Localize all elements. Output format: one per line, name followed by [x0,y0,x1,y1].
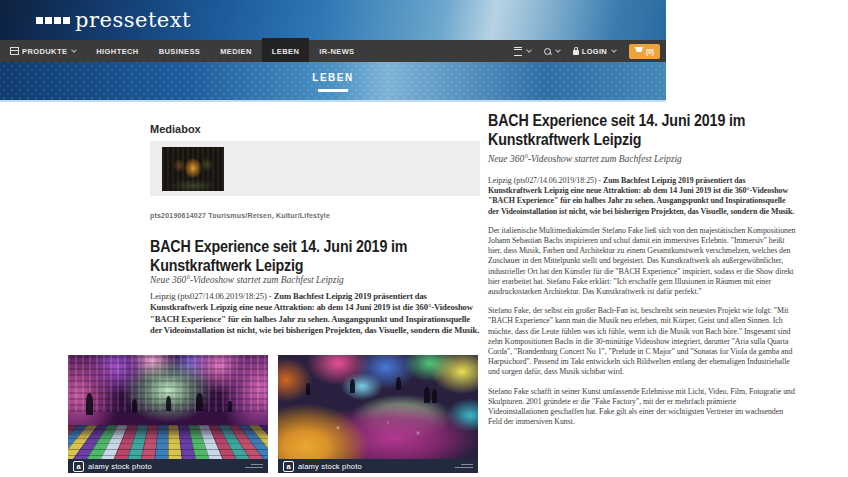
nav-item-label: IR-NEWS [319,47,354,56]
chevron-down-icon [555,47,561,53]
mediabox-title: Mediabox [150,123,201,135]
person-silhouette [306,383,310,395]
nav-item-label: PRODUKTE [22,47,67,56]
nav-item-medien[interactable]: MEDIEN [210,40,262,62]
login-button[interactable]: LOGIN [573,47,616,56]
nav-item-label: LEBEN [272,47,299,56]
immersive-room-image [68,355,268,459]
person-silhouette [166,396,171,411]
article-paragraph: Der italienische Multimediakünstler Stef… [488,226,796,297]
chevron-down-icon [526,47,532,53]
tiled-floor-graphic [68,425,268,459]
alamy-logo: a [73,461,84,472]
alamy-credit-text: alamy stock photo [298,462,362,471]
grid-icon [10,47,19,55]
alamy-credit-bar: a alamy stock photo [278,459,478,473]
article-body: Leipzig (pts027/14.06.2019/18:25) - Zum … [488,176,796,427]
pressetext-logo-text: pressetext [75,8,191,32]
article-title: BACH Experience seit 14. Juni 2019 im Ku… [150,237,494,275]
article-lede: Leipzig (pts027/14.06.2019/18:25) - Zum … [488,176,796,217]
person-silhouette [424,387,430,403]
article-paragraph: Stefano Fake schafft in seiner Kunst umf… [488,387,796,428]
nav-item-label: HIGHTECH [96,47,138,56]
pressetext-squares-icon [36,17,70,24]
article-meta: pts20190614027 Tourismus/Reisen, Kultur/… [150,212,330,219]
media-thumbnail[interactable] [162,147,224,191]
pressetext-logo[interactable]: pressetext [36,8,191,32]
section-title-underline [318,89,348,92]
article-subtitle: Neue 360°-Videoshow startet zum Bachfest… [150,275,344,285]
article-lede: Leipzig (pts027/14.06.2019/18:25) - Zum … [150,291,482,337]
alamy-watermark [455,464,473,469]
site-header: pressetext [0,0,666,40]
section-title: LEBEN [0,62,666,83]
nav-utilities: LOGIN (0) [514,40,660,62]
alamy-credit-bar: a alamy stock photo [68,459,268,473]
person-silhouette [432,389,437,403]
immersive-room-image [278,355,478,459]
article-title: BACH Experience seit 14. Juni 2019 im Ku… [488,111,796,149]
nav-item-label: BUSINESS [159,47,201,56]
stock-photo-painted-room[interactable]: a alamy stock photo [278,355,478,473]
article-lede-prefix: Leipzig (pts027/14.06.2019/18:25) - [150,291,274,301]
nav-item-business[interactable]: BUSINESS [149,40,211,62]
person-silhouette [396,377,401,390]
person-silhouette [132,399,137,412]
person-silhouette [228,401,232,412]
cart-count: (0) [646,48,654,55]
stock-photo-mosaic-room[interactable]: a alamy stock photo [68,355,268,473]
mediabox-panel [150,141,480,196]
chevron-down-icon [71,47,77,53]
section-banner: LEBEN [0,62,666,102]
nav-item-produkte[interactable]: PRODUKTE [0,40,86,62]
cart-icon [635,47,643,52]
person-silhouette [350,379,355,393]
nav-item-ir-news[interactable]: IR-NEWS [309,40,364,62]
article-photos: a alamy stock photo a alamy stock photo [68,355,478,473]
login-label: LOGIN [582,47,607,56]
alamy-logo: a [283,461,294,472]
article-text-panel: BACH Experience seit 14. Juni 2019 im Ku… [488,111,796,436]
cart-button[interactable]: (0) [629,44,660,59]
alamy-watermark [245,464,263,469]
main-navbar: PRODUKTE HIGHTECH BUSINESS MEDIEN LEBEN … [0,40,666,62]
article-subtitle: Neue 360°-Videoshow startet zum Bachfest… [488,154,796,164]
nav-item-leben[interactable]: LEBEN [262,40,309,62]
search-dropdown[interactable] [544,48,560,55]
article-lede-prefix: Leipzig (pts027/14.06.2019/18:25) - [488,176,603,185]
menu-dropdown[interactable] [514,47,531,56]
person-silhouette [196,393,203,411]
hamburger-menu-icon [514,47,522,56]
article-paragraph: Stefano Fake, der selbst ein großer Bach… [488,306,796,377]
lock-icon [573,50,579,55]
chevron-down-icon [611,47,617,53]
person-silhouette [86,393,93,415]
nav-item-hightech[interactable]: HIGHTECH [86,40,148,62]
alamy-credit-text: alamy stock photo [88,462,152,471]
nav-item-label: MEDIEN [220,47,252,56]
search-icon [544,48,551,55]
